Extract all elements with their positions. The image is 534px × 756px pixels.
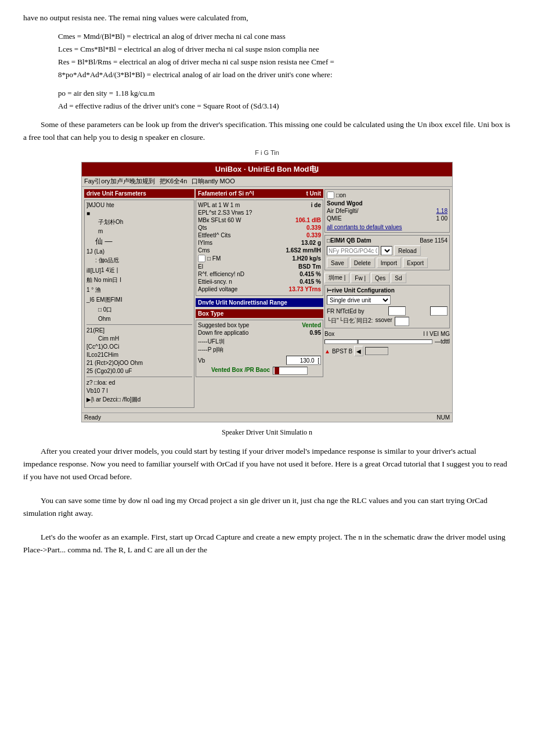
mid-panel: Fafameteri orf Si n^I t Unit WPL at 1 W … — [196, 189, 323, 410]
vei-mg-label: l I VEI MG — [423, 331, 450, 337]
black-sq-row: ■ — [86, 210, 192, 216]
body-para-1: After you created your driver models, yo… — [23, 445, 511, 483]
base-label: Base 1154 — [420, 237, 448, 244]
box-row: □ 0口 — [86, 306, 192, 314]
xian-label: 仙 — — [95, 236, 113, 247]
param-cms-value: 1.6S2 mrn/lH — [286, 247, 321, 254]
param-qts-label: Qts — [198, 225, 289, 231]
port-label-2: -----P p|响 — [198, 346, 321, 354]
tab-sd[interactable]: Sd — [391, 273, 406, 283]
nomin-label: 舶 No min日 I — [86, 276, 121, 284]
fm-checkbox[interactable] — [198, 255, 205, 262]
uf-label: 0.00 uF — [112, 368, 132, 374]
param-applied-value: 13.73 YTrns — [289, 286, 321, 292]
param-ad: Ad = effective radius of the driver unit… — [58, 100, 511, 113]
db-input[interactable] — [327, 246, 379, 255]
tdttl-label: —tdttl — [435, 338, 450, 345]
box-label: □ 0口 — [98, 306, 112, 314]
port-label-1: -----UFL圳 — [198, 338, 321, 346]
intro-para2: Some of these parameters can be look up … — [23, 118, 511, 143]
ssover-label: ssover — [375, 317, 392, 326]
param-applied-label: Applied voltage — [198, 286, 289, 292]
param-ettfeet-value: 0.339 — [289, 232, 321, 238]
menu-item-2[interactable]: 把K6全4n — [160, 177, 187, 186]
down-fire-label: Down fire applicatio — [198, 330, 289, 336]
cim-label: Cim mH — [98, 335, 119, 342]
delete-button[interactable]: Delete — [350, 258, 375, 268]
param-epl-label: EPL^st 2.S3 Vrws 1? — [198, 209, 289, 216]
params-block: po = air den sity = 1.18 kg/cu.m Ad = ef… — [58, 87, 511, 113]
param-po: po = air den sity = 1.18 kg/cu.m — [58, 87, 511, 100]
reload-button[interactable]: Reload — [394, 245, 421, 256]
t-unit-label: t Unit — [306, 190, 321, 197]
on-checkbox[interactable] — [327, 191, 334, 199]
lu-label: ill[LU] — [86, 267, 101, 274]
lco-row: ILco21 CHim — [86, 352, 192, 358]
down-fire-value: 0.95 — [289, 330, 321, 336]
qmie-value: 1 00 — [436, 215, 448, 222]
ssover-input[interactable] — [395, 317, 409, 326]
air-row: Air DfeFiglti/ 1.18 — [327, 208, 448, 214]
save-button[interactable]: Save — [327, 258, 348, 268]
port-labels: -----UFL圳 -----P p|响 — [198, 338, 321, 354]
ohm-label: Ohm — [98, 316, 111, 322]
tab-fw[interactable]: Fw | — [351, 273, 370, 283]
bpst-scrollbar[interactable] — [365, 347, 388, 355]
suggested-box-value: Vented — [289, 322, 321, 328]
vb-input[interactable] — [286, 356, 321, 365]
dezci-label: ▶|\ ar Dezci□ /flo]圖d — [86, 396, 140, 404]
fr-input-2[interactable] — [430, 306, 448, 316]
single-driver-select[interactable]: Single drive unit — [327, 295, 391, 305]
fr-input-1[interactable] — [388, 306, 406, 316]
menu-item-1[interactable]: Fay引ory加卢卢晚加规到 — [84, 177, 155, 186]
vb-label: Vb — [86, 388, 93, 394]
black-sq: ■ — [86, 210, 90, 216]
param-iylms-value: 13.02 g — [289, 240, 321, 246]
qmie-label: QMIE — [327, 215, 342, 222]
mid-params-box: WPL at 1 W 1 m i de EPL^st 2.S3 Vrws 1? … — [196, 200, 323, 296]
tab-qes[interactable]: Qes — [371, 273, 389, 283]
menu-item-3[interactable]: 口晌antly MOO — [192, 177, 235, 186]
scrollbar-vented[interactable] — [273, 367, 308, 375]
tab-me[interactable]: 圳me | — [324, 273, 349, 283]
status-ready: Ready — [84, 414, 101, 421]
cc-label: [Cc^1) — [86, 343, 103, 350]
spacer — [23, 439, 511, 445]
nomin-row: 舶 No min日 I — [86, 276, 192, 284]
param-wpl: WPL at 1 W 1 m i de — [198, 202, 321, 208]
qmie-row: QMIE 1 00 — [327, 215, 448, 222]
cc-row: [Cc^1) O.OCi — [86, 343, 192, 350]
oci-label: O.OCi — [103, 343, 120, 350]
mjou-row: ]MJOU hte — [86, 202, 192, 208]
body-para-3: Let's do the woofer as an example. First… — [23, 531, 511, 556]
on-label: □on — [336, 192, 346, 198]
param-fm-value: 1.H20 kg/s — [289, 255, 321, 262]
vented-box-label: Vented Box /PR Baoc — [211, 367, 270, 375]
tab-row: 圳me | Fw | Qes Sd — [324, 273, 450, 283]
db-dropdown[interactable] — [381, 246, 392, 255]
fig-caption: F i G Tin — [23, 149, 511, 156]
param-ettieii-value: 0.415 % — [289, 278, 321, 285]
vb-row: Vb 10 7 l — [86, 388, 192, 394]
down-fire: Down fire applicatio 0.95 — [198, 330, 321, 336]
box-label-right: Box — [324, 331, 334, 337]
box-type-header: Box Type — [196, 309, 323, 318]
vb-val: 10 7 l — [93, 388, 107, 394]
bpst-button[interactable]: ◀ — [354, 346, 363, 356]
ohm-row: Ohm — [86, 316, 192, 322]
pin-row: : 伽o品卮 — [86, 256, 192, 265]
defaults-label[interactable]: all conrtants to default values — [327, 224, 402, 230]
param-ettieii-label: Ettieii-sncy. n — [198, 278, 289, 285]
import-button[interactable]: Import — [377, 258, 401, 268]
export-button[interactable]: Export — [403, 258, 428, 268]
bpst-row: ▲ BPST B ◀ — [324, 346, 450, 356]
slider-track — [324, 339, 432, 344]
spacer2 — [23, 489, 511, 494]
param-mbk-value: 106.1 dlB — [289, 217, 321, 223]
param-wpl-label: WPL at 1 W 1 m — [198, 202, 289, 208]
i6-row: _I6 EM图FIMI — [86, 296, 192, 304]
1j-label: 1J (La) — [86, 248, 104, 255]
drive-config-box: ⊢rive Unit Ccnfiguration Single drive un… — [324, 285, 450, 328]
param-wpl-value: i de — [289, 202, 321, 208]
param-applied: Applied voltage 13.73 YTrns — [198, 286, 321, 292]
